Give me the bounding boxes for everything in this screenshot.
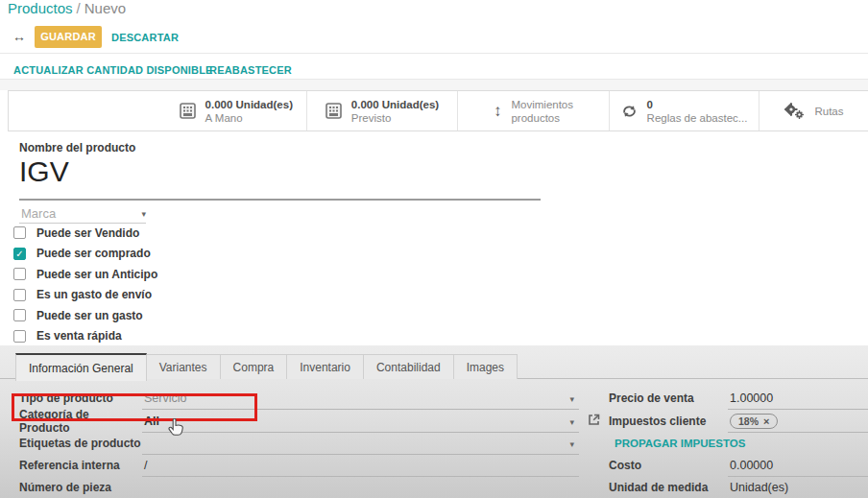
tab-purchase[interactable]: Compra (221, 354, 288, 379)
checkbox-label: Puede ser comprado (36, 247, 151, 260)
chevron-down-icon: ▾ (141, 209, 146, 219)
checkbox-icon[interactable] (13, 330, 26, 343)
divider (19, 199, 541, 201)
part-number-input[interactable] (142, 476, 579, 498)
stat-button-product-moves[interactable]: ↕ Movimientosproductos (458, 91, 610, 130)
tax-tag-label: 18% (738, 415, 759, 427)
checkbox-icon[interactable] (13, 268, 26, 280)
checkbox-can-be-expense[interactable]: Puede ser un gasto (13, 305, 157, 326)
field-label: Unidad de medida (609, 481, 728, 494)
checkbox-label: Puede ser Vendido (36, 226, 139, 240)
checkbox-label: Puede ser un gasto (36, 309, 143, 322)
propagate-taxes-button[interactable]: PROPAGAR IMPUESTOS (609, 438, 745, 449)
field-value: Unidad(es) (730, 481, 788, 494)
checkbox-quick-sale[interactable]: Es venta rápida (13, 326, 157, 347)
field-label: Impuestos cliente (609, 415, 728, 428)
divider (0, 53, 868, 54)
field-propagate-taxes: PROPAGAR IMPUESTOS (609, 432, 868, 455)
checkbox-label: Puede ser un Anticipo (36, 268, 157, 281)
tab-images[interactable]: Images (454, 354, 518, 379)
brand-dropdown[interactable]: Marca ▾ (19, 204, 146, 224)
tag-remove-icon[interactable]: × (763, 415, 769, 427)
checkbox-icon[interactable]: ✓ (13, 248, 26, 260)
breadcrumb-products-link[interactable]: Productos (8, 0, 73, 16)
field-value: 1.00000 (730, 391, 773, 405)
checkbox-advance-payment[interactable]: Puede ser un Anticipo (13, 264, 157, 285)
stat-value: 0.000 Unidad(es) (351, 98, 439, 111)
sales-price-input[interactable]: 1.00000 (728, 387, 868, 410)
discard-button[interactable]: DESCARTAR (111, 32, 179, 43)
annotation-highlight-product-type (12, 393, 257, 421)
field-product-tags: Etiquetas de producto ▾ (19, 432, 579, 455)
building-icon (326, 103, 342, 119)
stat-button-reordering-rules[interactable]: 0Reglas de abastec... (610, 91, 760, 130)
update-quantity-button[interactable]: ACTUALIZAR CANTIDAD DISPONIBLE (13, 64, 213, 76)
replenish-button[interactable]: REABASTECER (209, 64, 292, 76)
external-link-icon[interactable] (588, 414, 600, 426)
refresh-icon (621, 104, 638, 119)
tab-general-information[interactable]: Información General (15, 353, 147, 381)
product-tags-input[interactable]: ▾ (142, 432, 579, 455)
breadcrumb-separator: / (77, 0, 81, 16)
field-label: Número de pieza (19, 481, 142, 494)
stat-label: A Mano (205, 111, 293, 125)
stat-button-routes[interactable]: Rutas (760, 91, 868, 130)
save-button[interactable]: GUARDAR (35, 26, 102, 48)
field-sales-price: Precio de venta 1.00000 (609, 387, 868, 410)
checkbox-can-be-purchased[interactable]: ✓Puede ser comprado (13, 244, 157, 265)
gears-icon (784, 103, 805, 120)
product-form-window: Productos/Nuevo ↔ GUARDAR DESCARTAR ACTU… (0, 0, 868, 498)
stat-button-box: 0.000 Unidad(es)A Mano 0.000 Unidad(es)P… (8, 90, 868, 131)
tab-bar: Información General Variantes Compra Inv… (15, 353, 518, 379)
tab-accounting[interactable]: Contabilidad (364, 354, 454, 379)
chevron-down-icon: ▾ (569, 394, 574, 404)
field-label: Costo (609, 459, 728, 472)
stat-value: 0.000 Unidad(es) (205, 98, 293, 111)
chevron-down-icon: ▾ (569, 439, 574, 449)
field-internal-reference: Referencia interna / (19, 454, 579, 477)
field-part-number: Número de pieza (19, 476, 579, 498)
field-label: Precio de venta (609, 391, 728, 405)
checkbox-label: Es un gasto de envío (36, 288, 152, 301)
checkbox-icon[interactable] (13, 226, 26, 239)
field-value: / (144, 459, 147, 472)
brand-placeholder: Marca (19, 206, 56, 221)
stat-label: productos (511, 111, 573, 125)
stat-label: Reglas de abastec... (647, 111, 748, 125)
product-name-input[interactable]: IGV (19, 155, 69, 188)
tax-tag[interactable]: 18%× (730, 414, 778, 429)
checkbox-shipping-cost[interactable]: Es un gasto de envío (13, 285, 157, 306)
mouse-cursor-hand-icon (168, 418, 184, 438)
breadcrumb-current: Nuevo (84, 0, 126, 16)
checkbox-icon[interactable] (13, 309, 26, 321)
customer-taxes-input[interactable]: 18%× (728, 410, 868, 433)
field-unit-of-measure: Unidad de medida Unidad(es) (609, 476, 868, 498)
horizontal-arrows-icon: ↔ (12, 29, 26, 44)
arrows-vertical-icon: ↕ (494, 102, 502, 121)
breadcrumb: Productos/Nuevo (8, 0, 126, 16)
product-name-label: Nombre del producto (19, 141, 135, 154)
checkbox-icon[interactable] (13, 289, 26, 301)
stat-label: Previsto (351, 111, 439, 125)
uom-select[interactable]: Unidad(es) (728, 476, 868, 498)
tab-variants[interactable]: Variantes (147, 354, 221, 379)
checkbox-label: Es venta rápida (36, 329, 122, 343)
product-flags-list: Puede ser Vendido ✓Puede ser comprado Pu… (13, 223, 157, 346)
field-cost: Costo 0.00000 (609, 454, 868, 477)
cost-input[interactable]: 0.00000 (728, 454, 868, 477)
internal-reference-input[interactable]: / (142, 454, 579, 477)
stat-label: Movimientos (511, 98, 573, 111)
field-customer-taxes: Impuestos cliente 18%× (609, 410, 868, 433)
tab-inventory[interactable]: Inventario (287, 354, 364, 379)
field-label: Referencia interna (19, 459, 142, 472)
building-icon (180, 103, 196, 119)
stat-label: Rutas (814, 105, 843, 118)
divider (0, 80, 868, 90)
field-label: Etiquetas de producto (19, 437, 142, 450)
stat-value: 0 (647, 98, 748, 111)
field-value: 0.00000 (730, 459, 773, 472)
checkbox-can-be-sold[interactable]: Puede ser Vendido (13, 223, 157, 244)
stat-button-forecasted[interactable]: 0.000 Unidad(es)Previsto (307, 91, 458, 130)
stat-button-on-hand[interactable]: 0.000 Unidad(es)A Mano (9, 91, 307, 130)
chevron-down-icon: ▾ (569, 417, 574, 427)
